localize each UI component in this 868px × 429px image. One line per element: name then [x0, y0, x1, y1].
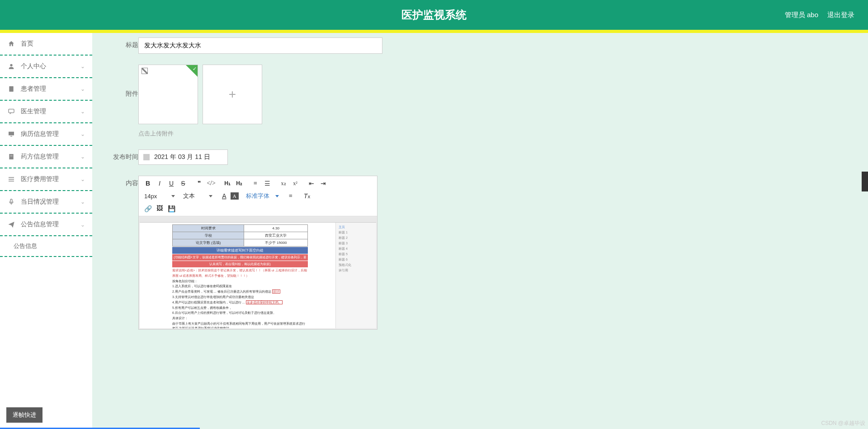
nav-label: 公告信息管理 — [21, 220, 80, 228]
nav-profile[interactable]: 个人中心 ⌄ — [0, 56, 92, 78]
outdent-button[interactable]: ⇤ — [306, 178, 317, 189]
doc-heading2: 具体设计： — [172, 316, 308, 321]
chevron-down-icon: ⌄ — [80, 63, 85, 70]
svg-rect-4 — [10, 136, 12, 136]
svg-rect-1 — [9, 86, 13, 92]
link-button[interactable]: 🔗 — [142, 203, 153, 214]
subscript-button[interactable]: x₂ — [278, 178, 289, 189]
logout-link[interactable]: 退出登录 — [827, 11, 854, 19]
attachment-area: ✓ + — [138, 65, 262, 124]
attachment-thumbnail[interactable]: ✓ — [138, 65, 198, 124]
align-button[interactable]: ≡ — [285, 191, 296, 201]
date-value: 2021 年 03 月 11 日 — [154, 153, 210, 161]
plus-icon: + — [229, 87, 236, 102]
check-icon: ✓ — [193, 66, 197, 72]
ordered-list-button[interactable]: ≡ — [250, 178, 261, 189]
nav-label: 当日情况管理 — [21, 198, 80, 206]
doc-bullet: 3.支持管理员对信息进行审批增加的用户成功注册相关信息 — [172, 295, 308, 299]
broken-image-icon — [142, 68, 148, 74]
nav-prescription[interactable]: 药方信息管理 ⌄ — [0, 146, 92, 168]
h2-button[interactable]: H₂ — [234, 178, 245, 189]
clear-format-button[interactable]: Tx — [302, 191, 312, 201]
svg-point-0 — [10, 64, 12, 66]
chevron-down-icon: ⌄ — [80, 154, 85, 160]
indent-button[interactable]: ⇥ — [318, 178, 329, 189]
frame-step-button[interactable]: 逐帧快进 — [6, 407, 42, 423]
svg-rect-2 — [9, 109, 14, 113]
unordered-list-button[interactable]: ☰ — [262, 178, 273, 189]
clipboard-icon — [7, 85, 15, 93]
nav-fees[interactable]: 医疗费用管理 ⌄ — [0, 168, 92, 191]
chevron-down-icon: ⌄ — [80, 108, 85, 115]
doc-bullet: 2.用户点击查看资料，可发现 ... 修改后已注册进入的所有管理员的信息设计 — [172, 289, 308, 294]
font-size-select[interactable]: 14px — [142, 191, 176, 201]
form-row-content: 内容 B I U S ❞ </> H₁ H₂ ≡ ☰ x₂ — [110, 176, 850, 330]
doc-heading-red2: 认真填写，若出现纠纷，将以此描述为依据) — [172, 261, 308, 267]
strike-button[interactable]: S — [178, 178, 189, 189]
chevron-up-icon: ⌃ — [80, 221, 85, 228]
home-icon — [7, 40, 15, 48]
admin-label[interactable]: 管理员 abo — [785, 11, 818, 19]
sub-item-label: 公告信息 — [14, 242, 37, 250]
attach-label: 附件 — [110, 65, 138, 98]
nav-label: 药方信息管理 — [21, 153, 80, 161]
chat-icon — [7, 107, 15, 116]
bold-button[interactable]: B — [142, 178, 153, 189]
quote-button[interactable]: ❞ — [194, 178, 205, 189]
doc-bullet: 4.用户可以进行权限设置在患者和预约，可以进行 ...至多选择报销审核文档。 — [172, 300, 308, 305]
file-icon — [7, 153, 15, 161]
nav-daily[interactable]: 当日情况管理 ⌄ — [0, 191, 92, 214]
title-label: 标题 — [110, 37, 138, 49]
font-family-select[interactable]: 标准字体 — [244, 191, 280, 201]
doc-bullet: 5.所有用户可以相互点赞，拥有收藏条件， — [172, 306, 308, 310]
nav-announcement[interactable]: 公告信息管理 ⌃ — [0, 214, 92, 236]
embedded-doc: 时间要求4.30 学校西安工业大学 论文字数 (选填)不少于 15000 详细需… — [140, 217, 376, 328]
sidebar: 首页 个人中心 ⌄ 患者管理 ⌄ 医生管理 ⌄ 病历信息管理 ⌄ 药方信息管理 … — [0, 33, 92, 429]
svg-rect-6 — [10, 199, 12, 202]
form-row-title: 标题 — [110, 37, 850, 54]
doc-heading-blue: 详细需求描述写到下面空白处 — [172, 247, 308, 254]
app-header: 医护监视系统 管理员 abo 退出登录 — [0, 0, 868, 30]
nav-label: 医疗费用管理 — [21, 175, 80, 183]
watermark: CSDN @卓越毕设 — [821, 420, 865, 427]
monitor-icon — [7, 130, 15, 138]
italic-button[interactable]: I — [154, 178, 165, 189]
nav-patient[interactable]: 患者管理 ⌄ — [0, 78, 92, 101]
chevron-down-icon: ⌄ — [80, 131, 85, 137]
doc-style-pane: 主页 标题 1 标题 2 标题 3 标题 4 标题 5 标题 6 预格式化 块引… — [335, 223, 376, 328]
doc-bullet: 6.后台可以对用户上传的资料进行管理，可以对讨论及帖子进行信息更新。 — [172, 311, 308, 315]
svg-rect-3 — [9, 132, 14, 135]
image-button[interactable]: 🖼 — [154, 203, 165, 214]
feedback-tab[interactable] — [862, 172, 868, 191]
text-color-button[interactable]: A — [219, 191, 230, 201]
nav-home[interactable]: 首页 — [0, 33, 92, 56]
nav-records[interactable]: 病历信息管理 ⌄ — [0, 123, 92, 146]
nav-doctor[interactable]: 医生管理 ⌄ — [0, 101, 92, 123]
rich-editor: B I U S ❞ </> H₁ H₂ ≡ ☰ x₂ x² — [138, 176, 377, 330]
header-user-area: 管理员 abo 退出登录 — [785, 11, 854, 19]
text-style-select[interactable]: 文本 — [181, 191, 213, 201]
send-icon — [7, 220, 15, 228]
code-button[interactable]: </> — [206, 178, 217, 189]
nav-label: 医生管理 — [21, 107, 80, 116]
chevron-down-icon: ⌄ — [80, 176, 85, 182]
bg-color-button[interactable]: A — [231, 192, 239, 200]
sub-announcement-info[interactable]: 公告信息 — [0, 236, 92, 257]
h1-button[interactable]: H₁ — [222, 178, 233, 189]
nav-label: 个人中心 — [21, 62, 80, 70]
nav-label: 首页 — [21, 40, 85, 48]
underline-button[interactable]: U — [166, 178, 177, 189]
app-title: 医护监视系统 — [401, 8, 467, 22]
date-input[interactable]: 2021 年 03 月 11 日 — [138, 149, 228, 165]
add-attachment-button[interactable]: + — [203, 65, 262, 124]
title-input[interactable] — [138, 37, 382, 54]
main-content: 标题 附件 ✓ + 点击上传附件 发布时间 2021 年 03 月 11 日 — [92, 33, 868, 429]
save-button[interactable]: 💾 — [166, 203, 177, 214]
attach-hint: 点击上传附件 — [138, 130, 850, 138]
date-label: 发布时间 — [110, 149, 138, 161]
doc-table: 时间要求4.30 学校西安工业大学 论文字数 (选填)不少于 15000 — [172, 224, 308, 247]
editor-content[interactable]: 时间要求4.30 学校西安工业大学 论文字数 (选填)不少于 15000 详细需… — [139, 216, 377, 329]
doc-heading: 按角色划分功能： — [172, 279, 308, 284]
form-row-attachment: 附件 ✓ + — [110, 65, 850, 124]
superscript-button[interactable]: x² — [290, 178, 301, 189]
